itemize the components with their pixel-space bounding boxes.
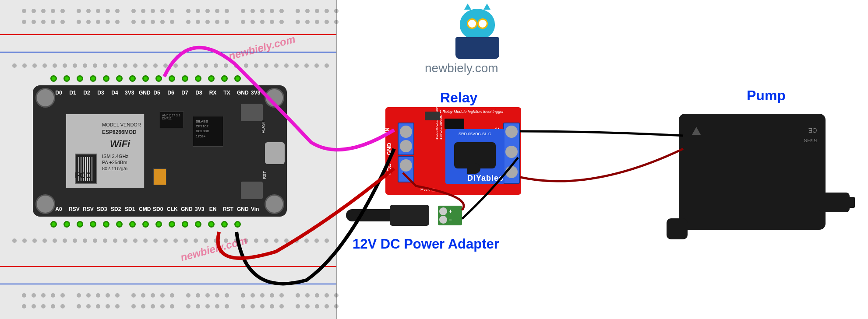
screw-icon: [35, 88, 55, 108]
terminal-screw-icon: [400, 159, 412, 172]
minus-label: –: [449, 217, 452, 223]
rail-bot-red: [0, 266, 336, 267]
esp-top-green-row: [50, 75, 241, 82]
relay-cube-text: SRD-05VDC-SL-C: [459, 132, 491, 136]
relay-left-terminals2: [398, 156, 414, 182]
esp8266-board: D0D1D2D3D43V3GNDD5D6D7D8RXTXGND3V3 A0RSV…: [33, 85, 287, 217]
capacitor-icon: [153, 168, 166, 185]
esp-shield: MODEL VENDOR ESP8266MOD WiFi ISM 2.4GHz …: [66, 114, 145, 188]
relay-module: 1 Relay Module high/low level trigger IN…: [385, 107, 521, 195]
date-text: 1708+: [196, 134, 220, 139]
terminal-screw-icon: [439, 216, 447, 224]
pin-vcc: VCC: [386, 164, 392, 175]
arrow-icon: [692, 127, 701, 135]
terminal-screw-icon: [505, 146, 518, 158]
esp-bot-green-row: [50, 221, 241, 228]
relay-cube: 10A 250VAC 10A 30VDC 10A 125VAC 28VDC SR…: [445, 129, 505, 184]
model-vendor-text: MODEL VENDOR: [102, 122, 141, 127]
silabs-text: SILABS: [196, 119, 220, 124]
relay-label: Relay: [440, 90, 477, 106]
owl-ear-icon: [483, 4, 490, 10]
adapter-body: [390, 205, 429, 226]
flash-button[interactable]: [241, 104, 263, 121]
usb-chip: SILABS CP2102 DCL00X 1708+: [193, 116, 223, 147]
terminal-screw-icon: [439, 207, 447, 215]
rail-top-red: [0, 34, 336, 35]
newbiely-owl-logo: [449, 9, 506, 59]
wire-pump-neg: [520, 131, 683, 136]
pwr-label: PWR: [420, 187, 430, 192]
reg-text: AM51117 3.3 DN711: [160, 112, 183, 122]
relay-top-text: 1 Relay Module high/low level trigger: [439, 110, 504, 114]
terminal-screw-icon: [400, 126, 412, 138]
flash-label: FLASH: [261, 120, 265, 133]
dc-jack-icon: [346, 209, 396, 221]
chip-text: ESP8266MOD: [102, 129, 137, 135]
diyables-badge: DIYables: [454, 142, 496, 168]
owl-ear-icon: [464, 4, 471, 10]
micro-usb-port: [265, 142, 285, 164]
adapter-label: 12V DC Power Adapter: [353, 236, 499, 252]
dcl-text: DCL00X: [196, 129, 220, 133]
screw-icon: [265, 88, 284, 108]
esp-bottom-labels: A0RSVRSVSD3SD2SD1CMDSD0CLKGND3V3ENRSTGND…: [55, 206, 259, 212]
diyables-text: DIYables: [467, 174, 504, 182]
rail-bot-blue: [0, 284, 336, 284]
relay-left-terminals: [398, 123, 414, 155]
pump-base-icon: [667, 218, 688, 239]
wifi-text: WiFi: [110, 138, 130, 150]
ce-mark: CE: [808, 127, 817, 134]
owl-eye-icon: [477, 18, 488, 29]
wire-pump-pos: [520, 149, 683, 181]
pump-label: Pump: [747, 88, 786, 104]
ism-text: ISM 2.4GHz: [102, 154, 128, 159]
std-text: 802.11b/g/n: [102, 166, 127, 171]
pin-in: IN: [384, 127, 391, 133]
jumper-icon: [425, 112, 440, 120]
rail-top-blue: [0, 52, 336, 53]
relay-right-terminals: [503, 123, 520, 184]
terminal-screw-icon: [505, 166, 518, 178]
regulator-chip: AM51117 3.3 DN711: [160, 112, 184, 128]
screw-icon: [265, 194, 284, 214]
fcc-text: FCC: [75, 171, 91, 180]
pump-outlet-icon: [819, 193, 850, 212]
adapter-terminals: + –: [438, 206, 462, 225]
cp2102-text: CP2102: [196, 124, 220, 129]
plus-label: +: [449, 208, 452, 214]
reset-button[interactable]: [241, 182, 263, 199]
logo-text: newbiely.com: [425, 61, 498, 75]
rst-label: RST: [262, 171, 267, 179]
owl-body-icon: [460, 9, 495, 39]
pwr-led-icon: [431, 188, 435, 192]
water-pump: CE RoHS: [679, 114, 826, 230]
esp-top-labels: D0D1D2D3D43V3GNDD5D6D7D8RXTXGND3V3: [55, 90, 259, 96]
rohs-mark: RoHS: [804, 138, 817, 143]
pin-gnd: GND: [386, 143, 392, 155]
dbm-text: PA +25dBm: [102, 160, 127, 165]
terminal-screw-icon: [505, 126, 518, 138]
power-adapter: + –: [346, 205, 445, 227]
terminal-screw-icon: [400, 140, 412, 152]
screw-icon: [35, 194, 55, 214]
owl-eye-icon: [467, 18, 477, 29]
optocoupler-icon: [445, 119, 464, 129]
laptop-icon: [455, 37, 499, 59]
